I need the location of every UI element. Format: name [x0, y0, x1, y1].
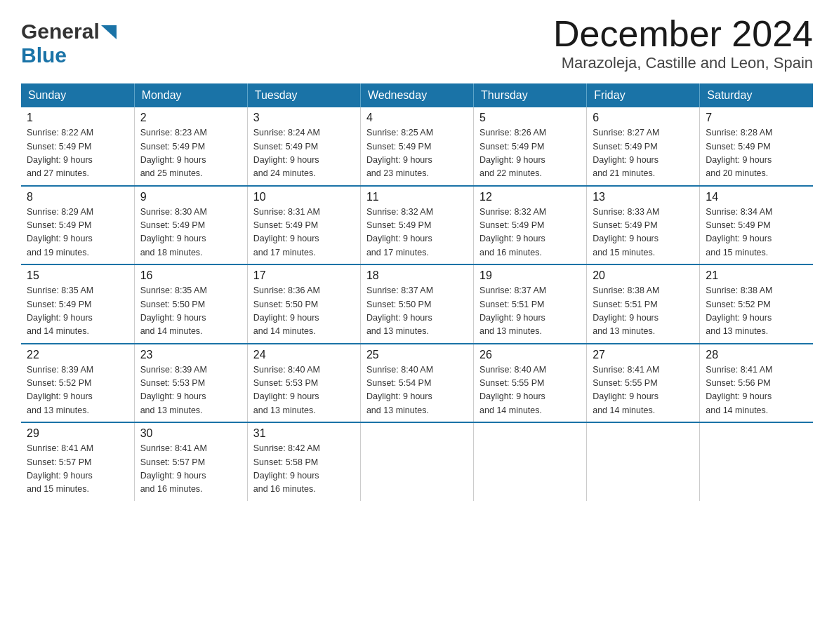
calendar-day-cell: 8Sunrise: 8:29 AMSunset: 5:49 PMDaylight…: [21, 186, 134, 265]
day-info: Sunrise: 8:23 AMSunset: 5:49 PMDaylight:…: [140, 126, 241, 181]
page-header: General Blue December 2024 Marazoleja, C…: [21, 14, 813, 72]
day-number: 1: [27, 112, 128, 124]
calendar-day-cell: 21Sunrise: 8:38 AMSunset: 5:52 PMDayligh…: [700, 264, 813, 344]
day-number: 2: [140, 112, 241, 124]
day-info: Sunrise: 8:22 AMSunset: 5:49 PMDaylight:…: [27, 126, 128, 181]
day-number: 8: [27, 191, 128, 203]
calendar-week-row: 15Sunrise: 8:35 AMSunset: 5:49 PMDayligh…: [21, 264, 813, 344]
calendar-empty-cell: [587, 422, 700, 501]
day-number: 10: [253, 191, 355, 203]
day-info: Sunrise: 8:25 AMSunset: 5:49 PMDaylight:…: [366, 126, 468, 181]
day-info: Sunrise: 8:41 AMSunset: 5:56 PMDaylight:…: [706, 363, 807, 418]
weekday-header-sunday: Sunday: [21, 83, 134, 107]
day-info: Sunrise: 8:37 AMSunset: 5:50 PMDaylight:…: [366, 284, 468, 339]
day-number: 17: [253, 269, 355, 282]
day-number: 12: [479, 191, 581, 203]
calendar-day-cell: 4Sunrise: 8:25 AMSunset: 5:49 PMDaylight…: [360, 107, 473, 186]
weekday-header-wednesday: Wednesday: [360, 83, 473, 107]
day-info: Sunrise: 8:36 AMSunset: 5:50 PMDaylight:…: [253, 284, 355, 339]
day-info: Sunrise: 8:34 AMSunset: 5:49 PMDaylight:…: [706, 206, 807, 260]
day-number: 18: [366, 269, 468, 282]
day-info: Sunrise: 8:41 AMSunset: 5:57 PMDaylight:…: [27, 442, 128, 497]
day-number: 11: [366, 191, 468, 203]
calendar-week-row: 22Sunrise: 8:39 AMSunset: 5:52 PMDayligh…: [21, 344, 813, 423]
calendar-day-cell: 1Sunrise: 8:22 AMSunset: 5:49 PMDaylight…: [21, 107, 134, 186]
calendar-day-cell: 11Sunrise: 8:32 AMSunset: 5:49 PMDayligh…: [360, 186, 473, 265]
day-number: 6: [593, 112, 694, 124]
day-info: Sunrise: 8:32 AMSunset: 5:49 PMDaylight:…: [366, 206, 468, 260]
calendar-day-cell: 6Sunrise: 8:27 AMSunset: 5:49 PMDaylight…: [587, 107, 700, 186]
calendar-empty-cell: [700, 422, 813, 501]
day-info: Sunrise: 8:28 AMSunset: 5:49 PMDaylight:…: [706, 126, 807, 181]
day-info: Sunrise: 8:38 AMSunset: 5:51 PMDaylight:…: [593, 284, 694, 339]
calendar-day-cell: 26Sunrise: 8:40 AMSunset: 5:55 PMDayligh…: [474, 344, 587, 423]
day-info: Sunrise: 8:35 AMSunset: 5:50 PMDaylight:…: [140, 284, 241, 339]
day-number: 29: [27, 427, 128, 440]
day-info: Sunrise: 8:39 AMSunset: 5:53 PMDaylight:…: [140, 363, 241, 418]
month-title: December 2024: [553, 14, 813, 54]
day-number: 22: [27, 349, 128, 361]
day-info: Sunrise: 8:41 AMSunset: 5:57 PMDaylight:…: [140, 442, 241, 497]
day-info: Sunrise: 8:37 AMSunset: 5:51 PMDaylight:…: [479, 284, 581, 339]
calendar-day-cell: 24Sunrise: 8:40 AMSunset: 5:53 PMDayligh…: [247, 344, 360, 423]
day-number: 21: [706, 269, 807, 282]
logo: General Blue: [21, 20, 117, 67]
day-number: 19: [479, 269, 581, 282]
day-info: Sunrise: 8:39 AMSunset: 5:52 PMDaylight:…: [27, 363, 128, 418]
day-number: 14: [706, 191, 807, 203]
calendar-week-row: 8Sunrise: 8:29 AMSunset: 5:49 PMDaylight…: [21, 186, 813, 265]
calendar-week-row: 29Sunrise: 8:41 AMSunset: 5:57 PMDayligh…: [21, 422, 813, 501]
calendar-day-cell: 31Sunrise: 8:42 AMSunset: 5:58 PMDayligh…: [247, 422, 360, 501]
calendar-day-cell: 3Sunrise: 8:24 AMSunset: 5:49 PMDaylight…: [247, 107, 360, 186]
day-info: Sunrise: 8:27 AMSunset: 5:49 PMDaylight:…: [593, 126, 694, 181]
calendar-day-cell: 19Sunrise: 8:37 AMSunset: 5:51 PMDayligh…: [474, 264, 587, 344]
day-number: 3: [253, 112, 355, 124]
calendar-day-cell: 18Sunrise: 8:37 AMSunset: 5:50 PMDayligh…: [360, 264, 473, 344]
logo-general-text: General: [21, 20, 100, 43]
day-number: 23: [140, 349, 241, 361]
calendar-day-cell: 30Sunrise: 8:41 AMSunset: 5:57 PMDayligh…: [134, 422, 247, 501]
day-number: 5: [479, 112, 581, 124]
calendar-day-cell: 25Sunrise: 8:40 AMSunset: 5:54 PMDayligh…: [360, 344, 473, 423]
calendar-empty-cell: [474, 422, 587, 501]
day-info: Sunrise: 8:31 AMSunset: 5:49 PMDaylight:…: [253, 206, 355, 260]
calendar-table: SundayMondayTuesdayWednesdayThursdayFrid…: [21, 83, 813, 501]
calendar-day-cell: 10Sunrise: 8:31 AMSunset: 5:49 PMDayligh…: [247, 186, 360, 265]
weekday-header-monday: Monday: [134, 83, 247, 107]
calendar-day-cell: 22Sunrise: 8:39 AMSunset: 5:52 PMDayligh…: [21, 344, 134, 423]
day-info: Sunrise: 8:33 AMSunset: 5:49 PMDaylight:…: [593, 206, 694, 260]
day-number: 15: [27, 269, 128, 282]
day-info: Sunrise: 8:40 AMSunset: 5:53 PMDaylight:…: [253, 363, 355, 418]
calendar-day-cell: 2Sunrise: 8:23 AMSunset: 5:49 PMDaylight…: [134, 107, 247, 186]
day-info: Sunrise: 8:26 AMSunset: 5:49 PMDaylight:…: [479, 126, 581, 181]
day-number: 28: [706, 349, 807, 361]
calendar-day-cell: 13Sunrise: 8:33 AMSunset: 5:49 PMDayligh…: [587, 186, 700, 265]
logo-blue-text: Blue: [21, 43, 67, 67]
weekday-header-row: SundayMondayTuesdayWednesdayThursdayFrid…: [21, 83, 813, 107]
svg-marker-0: [101, 25, 117, 39]
day-info: Sunrise: 8:41 AMSunset: 5:55 PMDaylight:…: [593, 363, 694, 418]
calendar-day-cell: 23Sunrise: 8:39 AMSunset: 5:53 PMDayligh…: [134, 344, 247, 423]
day-number: 7: [706, 112, 807, 124]
location-subtitle: Marazoleja, Castille and Leon, Spain: [553, 54, 813, 72]
day-number: 30: [140, 427, 241, 440]
day-info: Sunrise: 8:42 AMSunset: 5:58 PMDaylight:…: [253, 442, 355, 497]
day-number: 26: [479, 349, 581, 361]
calendar-day-cell: 28Sunrise: 8:41 AMSunset: 5:56 PMDayligh…: [700, 344, 813, 423]
day-info: Sunrise: 8:40 AMSunset: 5:55 PMDaylight:…: [479, 363, 581, 418]
calendar-empty-cell: [360, 422, 473, 501]
calendar-day-cell: 15Sunrise: 8:35 AMSunset: 5:49 PMDayligh…: [21, 264, 134, 344]
logo-arrow-icon: [101, 25, 117, 39]
weekday-header-friday: Friday: [587, 83, 700, 107]
day-number: 13: [593, 191, 694, 203]
calendar-day-cell: 27Sunrise: 8:41 AMSunset: 5:55 PMDayligh…: [587, 344, 700, 423]
day-number: 31: [253, 427, 355, 440]
day-number: 27: [593, 349, 694, 361]
calendar-day-cell: 7Sunrise: 8:28 AMSunset: 5:49 PMDaylight…: [700, 107, 813, 186]
weekday-header-saturday: Saturday: [700, 83, 813, 107]
calendar-day-cell: 12Sunrise: 8:32 AMSunset: 5:49 PMDayligh…: [474, 186, 587, 265]
calendar-day-cell: 29Sunrise: 8:41 AMSunset: 5:57 PMDayligh…: [21, 422, 134, 501]
calendar-day-cell: 16Sunrise: 8:35 AMSunset: 5:50 PMDayligh…: [134, 264, 247, 344]
calendar-day-cell: 9Sunrise: 8:30 AMSunset: 5:49 PMDaylight…: [134, 186, 247, 265]
day-number: 16: [140, 269, 241, 282]
